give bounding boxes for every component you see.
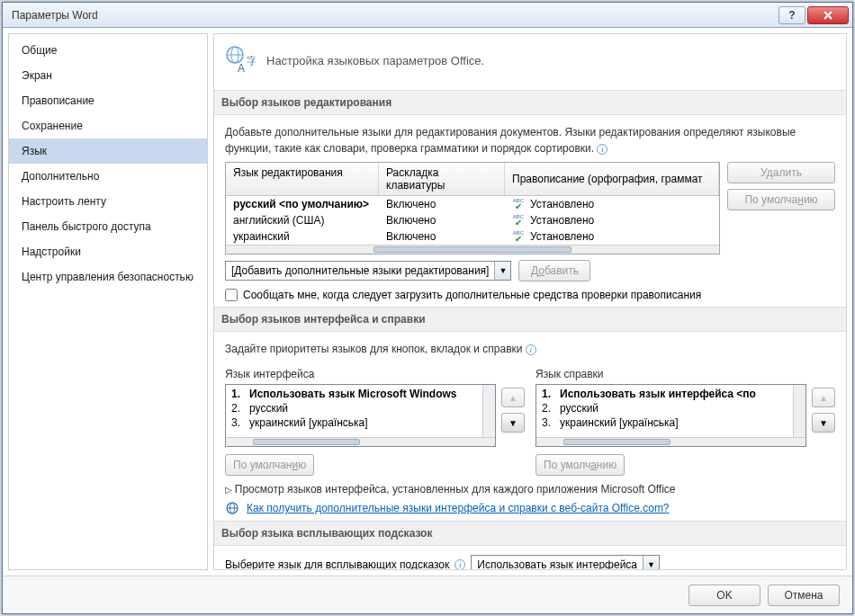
chevron-down-icon[interactable]: ▼ <box>494 262 510 280</box>
help-set-default-button[interactable]: По умолчанию <box>536 454 625 476</box>
notify-download-checkbox[interactable] <box>225 289 238 301</box>
close-icon <box>823 10 833 21</box>
sidebar-item-general[interactable]: Общие <box>9 38 207 63</box>
get-ui-languages-link[interactable]: Как получить дополнительные языки интерф… <box>247 502 670 514</box>
info-icon[interactable]: i <box>526 344 536 355</box>
sidebar-item-proofing[interactable]: Правописание <box>9 88 207 113</box>
table-row[interactable]: английский (США) Включено ABC✔Установлен… <box>226 212 719 228</box>
move-up-button[interactable]: ▲ <box>501 388 525 407</box>
ui-language-label: Язык интерфейса <box>225 368 525 380</box>
ui-language-listbox[interactable]: 1. Использовать язык Microsoft Windows 2… <box>225 384 496 447</box>
move-up-button[interactable]: ▲ <box>812 388 835 407</box>
chevron-down-icon[interactable]: ▼ <box>643 556 659 570</box>
globe-icon <box>225 501 239 515</box>
sidebar-item-advanced[interactable]: Дополнительно <box>9 164 207 189</box>
col-language[interactable]: Язык редактирования <box>226 163 379 195</box>
spellcheck-icon: ABC✔ <box>512 215 525 226</box>
table-header: Язык редактирования Раскладка клавиатуры… <box>226 163 719 196</box>
page-title: Настройка языковых параметров Office. <box>266 54 484 67</box>
horizontal-scrollbar[interactable] <box>536 437 806 446</box>
move-down-button[interactable]: ▼ <box>501 413 525 433</box>
horizontal-scrollbar[interactable] <box>226 437 495 446</box>
language-icon: A字 <box>225 45 256 76</box>
section-ui-help-title: Выбор языков интерфейса и справки <box>214 307 846 332</box>
section-tooltip-title: Выбор языка всплывающих подсказок <box>214 521 846 546</box>
list-item[interactable]: 1. Использовать язык Microsoft Windows <box>231 387 482 401</box>
content-panel: A字 Настройка языковых параметров Office.… <box>213 33 847 570</box>
list-item[interactable]: 3. украинский [українська] <box>231 415 482 430</box>
help-language-listbox[interactable]: 1. Использовать язык интерфейса <по 2. р… <box>536 384 806 447</box>
sidebar-item-display[interactable]: Экран <box>9 63 207 88</box>
list-item[interactable]: 1. Использовать язык интерфейса <по <box>542 387 793 401</box>
sidebar-item-language[interactable]: Язык <box>9 138 207 164</box>
list-item[interactable]: 2. русский <box>542 401 793 415</box>
ok-button[interactable]: OK <box>688 585 760 606</box>
sidebar-item-addins[interactable]: Надстройки <box>9 239 207 264</box>
tooltip-language-label: Выберите язык для всплывающих подсказок <box>225 558 449 570</box>
table-row[interactable]: украинский Включено ABC✔Установлено <box>226 228 719 245</box>
set-default-language-button[interactable]: По умолчанию <box>727 189 835 210</box>
footer: OK Отмена <box>3 576 852 613</box>
delete-language-button[interactable]: Удалить <box>727 162 835 183</box>
list-item[interactable]: 3. украинский [українська] <box>542 415 793 430</box>
help-language-label: Язык справки <box>536 368 835 380</box>
col-keyboard[interactable]: Раскладка клавиатуры <box>379 163 505 195</box>
info-icon[interactable]: i <box>454 559 465 570</box>
edit-languages-intro: Добавьте дополнительные языки для редакт… <box>225 124 835 162</box>
table-scrollbar[interactable] <box>226 245 719 254</box>
ui-set-default-button[interactable]: По умолчанию <box>225 454 314 476</box>
sidebar: Общие Экран Правописание Сохранение Язык… <box>8 33 208 570</box>
list-item[interactable]: 2. русский <box>231 401 482 415</box>
close-button[interactable] <box>807 6 849 24</box>
sidebar-item-trust-center[interactable]: Центр управления безопасностью <box>9 264 207 290</box>
svg-text:A: A <box>238 62 245 75</box>
editing-languages-table[interactable]: Язык редактирования Раскладка клавиатуры… <box>225 162 720 254</box>
col-proofing[interactable]: Правописание (орфография, граммат <box>505 163 719 195</box>
info-icon[interactable]: i <box>597 144 608 155</box>
spellcheck-icon: ABC✔ <box>512 231 525 242</box>
sidebar-item-save[interactable]: Сохранение <box>9 113 207 138</box>
ui-help-intro: Задайте приоритеты языков для кнопок, вк… <box>225 343 522 355</box>
notify-download-label: Сообщать мне, когда следует загрузить до… <box>243 289 701 301</box>
sidebar-item-quick-access[interactable]: Панель быстрого доступа <box>9 214 207 239</box>
add-language-combo[interactable]: [Добавить дополнительные языки редактиро… <box>225 261 511 281</box>
help-button[interactable]: ? <box>778 6 806 24</box>
cancel-button[interactable]: Отмена <box>768 585 840 606</box>
move-down-button[interactable]: ▼ <box>812 413 835 433</box>
table-row[interactable]: русский <по умолчанию> Включено ABC✔Уста… <box>226 196 719 212</box>
installed-ui-languages-expander[interactable]: Просмотр языков интерфейса, установленны… <box>225 483 835 495</box>
vertical-scrollbar[interactable] <box>793 385 806 437</box>
sidebar-item-customize-ribbon[interactable]: Настроить ленту <box>9 189 207 214</box>
tooltip-language-combo[interactable]: Использовать язык интерфейса ▼ <box>471 555 660 570</box>
vertical-scrollbar[interactable] <box>482 385 495 437</box>
svg-text:字: 字 <box>247 55 256 67</box>
add-language-button[interactable]: Добавить <box>518 260 590 281</box>
window-title: Параметры Word <box>12 9 777 22</box>
spellcheck-icon: ABC✔ <box>512 199 525 210</box>
titlebar: Параметры Word ? <box>3 3 852 28</box>
section-edit-languages-title: Выбор языков редактирования <box>214 90 846 115</box>
